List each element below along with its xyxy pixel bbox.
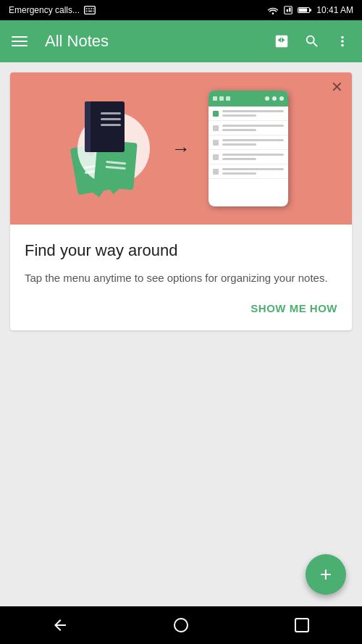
phone-item-line bbox=[222, 168, 284, 170]
more-options-button[interactable] bbox=[334, 33, 350, 49]
page-title: All Notes bbox=[45, 32, 262, 51]
phone-item-dot-4 bbox=[213, 154, 219, 160]
onboarding-card: ✕ bbox=[10, 72, 352, 330]
svg-rect-1 bbox=[86, 8, 88, 9]
svg-rect-12 bbox=[310, 9, 311, 12]
phone-item-line bbox=[222, 125, 284, 127]
svg-point-14 bbox=[174, 619, 188, 632]
close-card-button[interactable]: ✕ bbox=[331, 80, 343, 94]
phone-mockup bbox=[209, 91, 288, 206]
phone-item-dot-3 bbox=[213, 140, 219, 146]
wifi-icon bbox=[267, 6, 279, 14]
phone-item-lines-3 bbox=[222, 139, 284, 146]
main-content: ✕ bbox=[0, 62, 362, 606]
phone-list-item-3 bbox=[209, 135, 288, 150]
card-description: Tap the menu anytime to see options for … bbox=[25, 270, 337, 287]
home-button[interactable] bbox=[172, 616, 190, 634]
phone-item-line bbox=[222, 139, 284, 141]
notebook-line bbox=[101, 112, 121, 114]
phone-list-item-1 bbox=[209, 106, 288, 121]
phone-item-lines-1 bbox=[222, 110, 284, 117]
phone-item-line-short bbox=[222, 114, 256, 117]
card-content: Find your way around Tap the menu anytim… bbox=[10, 225, 352, 330]
phone-list-item-2 bbox=[209, 121, 288, 135]
recents-icon bbox=[293, 616, 311, 634]
home-icon bbox=[172, 616, 190, 634]
card-image: ✕ bbox=[10, 72, 352, 225]
phone-dot-3 bbox=[226, 96, 230, 101]
phone-icon-2 bbox=[272, 96, 277, 101]
back-button[interactable] bbox=[51, 616, 69, 634]
notebook-stack bbox=[74, 101, 153, 196]
svg-rect-9 bbox=[287, 9, 288, 12]
arrow-icon: → bbox=[172, 138, 190, 160]
svg-rect-3 bbox=[90, 8, 92, 9]
show-me-how-button[interactable]: SHOW ME HOW bbox=[251, 299, 337, 317]
sim-icon bbox=[283, 6, 293, 14]
svg-rect-7 bbox=[93, 11, 94, 12]
hamburger-line-1 bbox=[12, 36, 28, 38]
menu-button[interactable] bbox=[12, 36, 28, 46]
phone-header-icons bbox=[265, 96, 284, 101]
notebook-spine bbox=[85, 101, 90, 152]
illustration: → bbox=[74, 91, 288, 206]
search-icon bbox=[304, 33, 320, 49]
phone-list-item-5 bbox=[209, 164, 288, 179]
svg-rect-0 bbox=[85, 7, 96, 14]
status-bar-left: Emergency calls... bbox=[9, 5, 96, 15]
phone-item-line-short bbox=[222, 129, 256, 131]
tag-line bbox=[105, 165, 125, 169]
notebook-line bbox=[101, 124, 121, 126]
phone-item-dot-5 bbox=[213, 169, 219, 175]
battery-icon bbox=[298, 6, 312, 14]
recents-button[interactable] bbox=[293, 616, 311, 634]
svg-rect-6 bbox=[88, 11, 92, 12]
phone-item-dot-2 bbox=[213, 125, 219, 131]
hamburger-line-2 bbox=[12, 41, 28, 42]
phone-list-item-4 bbox=[209, 150, 288, 164]
svg-rect-2 bbox=[88, 8, 90, 9]
phone-item-line bbox=[222, 110, 284, 112]
notebook-lines bbox=[101, 112, 121, 126]
svg-rect-15 bbox=[295, 619, 308, 632]
phone-icon-1 bbox=[265, 96, 269, 101]
phone-dot-2 bbox=[219, 96, 224, 101]
time-text: 10:41 AM bbox=[316, 5, 353, 15]
bottom-nav-bar bbox=[0, 606, 362, 644]
phone-item-line bbox=[222, 154, 284, 156]
card-title: Find your way around bbox=[25, 241, 337, 262]
tag-lines-2 bbox=[105, 160, 126, 169]
notebook-icon bbox=[274, 33, 290, 49]
notebook-switch-button[interactable] bbox=[274, 33, 290, 49]
notebook-line bbox=[101, 118, 121, 120]
plus-icon: + bbox=[320, 564, 332, 585]
search-button[interactable] bbox=[304, 33, 320, 49]
svg-rect-5 bbox=[86, 11, 88, 12]
hamburger-line-3 bbox=[12, 45, 28, 46]
phone-item-lines-5 bbox=[222, 168, 284, 175]
new-note-fab[interactable]: + bbox=[306, 554, 346, 595]
phone-icon-3 bbox=[279, 96, 284, 101]
app-bar-icons bbox=[274, 33, 350, 49]
svg-rect-13 bbox=[299, 9, 307, 12]
phone-item-lines-4 bbox=[222, 154, 284, 160]
card-action: SHOW ME HOW bbox=[25, 299, 337, 317]
tag-line bbox=[106, 160, 126, 164]
back-icon bbox=[51, 616, 69, 634]
phone-item-line-short bbox=[222, 143, 256, 146]
phone-item-lines-2 bbox=[222, 125, 284, 131]
status-bar: Emergency calls... 10:41 bbox=[0, 0, 362, 20]
keyboard-icon bbox=[84, 6, 96, 14]
phone-header-dots bbox=[213, 96, 230, 101]
phone-header bbox=[209, 91, 288, 106]
svg-rect-10 bbox=[289, 8, 290, 12]
more-vert-icon bbox=[334, 33, 350, 49]
phone-screen bbox=[209, 91, 288, 206]
phone-item-line-short bbox=[222, 172, 256, 175]
emergency-calls-text: Emergency calls... bbox=[9, 5, 80, 15]
notebook bbox=[85, 101, 125, 152]
app-bar: All Notes bbox=[0, 20, 362, 62]
phone-item-line-short bbox=[222, 158, 256, 160]
svg-rect-4 bbox=[93, 8, 94, 9]
phone-item-dot-1 bbox=[213, 111, 219, 117]
